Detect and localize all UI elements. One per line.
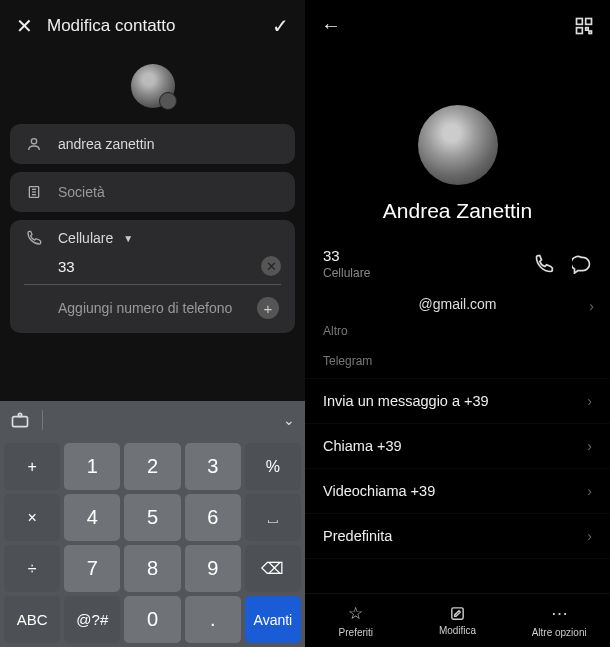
- confirm-icon[interactable]: ✓: [272, 14, 289, 38]
- email-row[interactable]: @gmail.com ›: [305, 288, 610, 320]
- message-icon[interactable]: [572, 254, 592, 274]
- chevron-right-icon: ›: [587, 438, 592, 454]
- key-backspace[interactable]: ⌫: [245, 545, 301, 592]
- email-sub: Altro: [305, 320, 610, 348]
- add-phone-row[interactable]: Aggiungi numero di telefono +: [24, 285, 281, 329]
- phone-type: Cellulare: [323, 266, 534, 280]
- key-dot[interactable]: .: [185, 596, 241, 643]
- key-8[interactable]: 8: [124, 545, 180, 592]
- send-message-label: Invia un messaggio a +39: [323, 393, 489, 409]
- nav-favorites-label: Preferiti: [339, 627, 373, 638]
- phone-number: 33: [323, 247, 534, 264]
- nav-more-label: Altre opzioni: [532, 627, 587, 638]
- phone-type-label: Cellulare: [58, 230, 113, 246]
- svg-rect-12: [452, 608, 463, 619]
- edit-contact-panel: ✕ Modifica contatto ✓ andrea zanettin So…: [0, 0, 305, 647]
- key-abc[interactable]: ABC: [4, 596, 60, 643]
- key-multiply[interactable]: ×: [4, 494, 60, 541]
- close-icon[interactable]: ✕: [16, 14, 33, 38]
- person-icon: [24, 136, 44, 152]
- key-plus[interactable]: +: [4, 443, 60, 490]
- qr-icon[interactable]: [574, 16, 594, 36]
- add-phone-label: Aggiungi numero di telefono: [58, 300, 232, 316]
- edit-header: ✕ Modifica contatto ✓: [0, 0, 305, 52]
- key-9[interactable]: 9: [185, 545, 241, 592]
- phone-icon: [24, 230, 44, 246]
- key-3[interactable]: 3: [185, 443, 241, 490]
- svg-rect-11: [589, 31, 592, 34]
- default-action[interactable]: Predefinita ›: [305, 513, 610, 559]
- avatar-large[interactable]: [418, 105, 498, 185]
- phone-info-row: 33 Cellulare: [305, 241, 610, 288]
- phone-type-selector[interactable]: Cellulare ▼: [24, 230, 281, 246]
- more-icon: ⋯: [551, 603, 568, 624]
- svg-point-0: [31, 139, 36, 144]
- nav-edit-label: Modifica: [439, 625, 476, 636]
- key-divide[interactable]: ÷: [4, 545, 60, 592]
- chevron-right-icon: ›: [587, 528, 592, 544]
- avatar-small[interactable]: [131, 64, 175, 108]
- contact-name: Andrea Zanettin: [305, 199, 610, 223]
- keyboard-toolbar: ⌄: [0, 401, 305, 439]
- key-symbols[interactable]: @?#: [64, 596, 120, 643]
- edit-icon: [449, 605, 466, 622]
- company-field[interactable]: Società: [10, 172, 295, 212]
- star-icon: ☆: [348, 603, 363, 624]
- plus-icon[interactable]: +: [257, 297, 279, 319]
- email-value: @gmail.com: [418, 296, 496, 312]
- numeric-keyboard: + 1 2 3 % × 4 5 6 ⎵ ÷ 7 8 9 ⌫ ABC @?# 0 …: [0, 439, 305, 647]
- key-percent[interactable]: %: [245, 443, 301, 490]
- chevron-down-icon: ▼: [123, 233, 133, 244]
- chevron-right-icon: ›: [587, 393, 592, 409]
- default-label: Predefinita: [323, 528, 392, 544]
- name-value: andrea zanettin: [58, 136, 155, 152]
- chevron-right-icon: ›: [587, 483, 592, 499]
- edit-title: Modifica contatto: [47, 16, 272, 36]
- svg-rect-10: [586, 27, 589, 30]
- name-field[interactable]: andrea zanettin: [10, 124, 295, 164]
- building-icon: [24, 184, 44, 200]
- key-5[interactable]: 5: [124, 494, 180, 541]
- key-0[interactable]: 0: [124, 596, 180, 643]
- phone-value: 33: [58, 258, 261, 275]
- bottom-nav: ☆ Preferiti Modifica ⋯ Altre opzioni: [305, 593, 610, 647]
- key-7[interactable]: 7: [64, 545, 120, 592]
- view-header: ←: [305, 0, 610, 51]
- keyboard-collapse-icon[interactable]: ⌄: [283, 412, 295, 428]
- company-placeholder: Società: [58, 184, 105, 200]
- svg-rect-7: [577, 18, 583, 24]
- nav-more[interactable]: ⋯ Altre opzioni: [508, 594, 610, 647]
- nav-edit[interactable]: Modifica: [407, 594, 509, 647]
- svg-rect-5: [13, 417, 28, 427]
- videocall-action[interactable]: Videochiama +39 ›: [305, 468, 610, 513]
- call-action[interactable]: Chiama +39 ›: [305, 423, 610, 468]
- chevron-right-icon: ›: [589, 298, 594, 314]
- keyboard-mode-icon[interactable]: [10, 410, 30, 430]
- nav-favorites[interactable]: ☆ Preferiti: [305, 594, 407, 647]
- telegram-label: Telegram: [305, 348, 610, 378]
- key-1[interactable]: 1: [64, 443, 120, 490]
- phone-input[interactable]: 33 ✕: [24, 252, 281, 285]
- svg-rect-8: [586, 18, 592, 24]
- call-label: Chiama +39: [323, 438, 402, 454]
- back-icon[interactable]: ←: [321, 14, 341, 37]
- call-icon[interactable]: [534, 254, 554, 274]
- videocall-label: Videochiama +39: [323, 483, 435, 499]
- clear-icon[interactable]: ✕: [261, 256, 281, 276]
- send-message-action[interactable]: Invia un messaggio a +39 ›: [305, 378, 610, 423]
- key-next[interactable]: Avanti: [245, 596, 301, 643]
- key-space[interactable]: ⎵: [245, 494, 301, 541]
- phone-block: Cellulare ▼ 33 ✕ Aggiungi numero di tele…: [10, 220, 295, 333]
- key-2[interactable]: 2: [124, 443, 180, 490]
- key-6[interactable]: 6: [185, 494, 241, 541]
- svg-rect-9: [577, 27, 583, 33]
- key-4[interactable]: 4: [64, 494, 120, 541]
- contact-detail-panel: ← Andrea Zanettin 33 Cellulare @gmail.co…: [305, 0, 610, 647]
- svg-point-6: [18, 413, 21, 416]
